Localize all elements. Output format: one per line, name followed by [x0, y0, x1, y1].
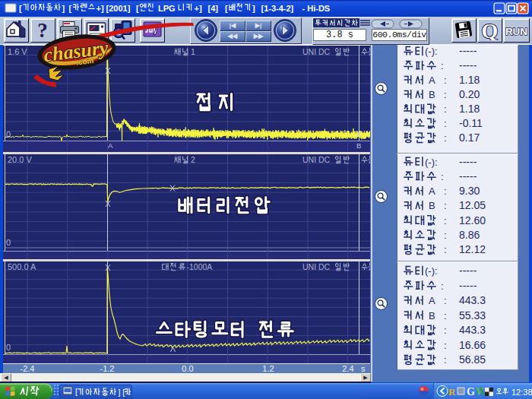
svg-text:0.0: 0.0	[182, 364, 193, 373]
svg-text:]: ]	[252, 4, 255, 13]
svg-text:LPG: LPG	[158, 4, 176, 13]
svg-text::: :	[444, 132, 447, 144]
svg-text:-----: -----	[459, 45, 477, 57]
svg-text::: :	[444, 295, 447, 306]
svg-text:9.30: 9.30	[459, 185, 480, 197]
svg-text:R: R	[448, 386, 456, 397]
svg-text:12.60: 12.60	[459, 214, 486, 226]
svg-text:B: B	[429, 309, 435, 321]
svg-text:+]: +]	[97, 4, 104, 13]
svg-text:443.3: 443.3	[459, 324, 486, 336]
svg-text:56.85: 56.85	[459, 353, 486, 366]
svg-text::: :	[444, 118, 447, 129]
svg-text::: :	[444, 89, 447, 100]
svg-text::: :	[444, 74, 447, 86]
svg-text:12.12: 12.12	[459, 243, 486, 255]
svg-text:1.2: 1.2	[262, 364, 274, 373]
svg-text:8.86: 8.86	[459, 229, 480, 241]
svg-text:-0.11: -0.11	[459, 117, 483, 129]
svg-text:G: G	[467, 386, 475, 397]
svg-text:[: [	[69, 4, 72, 13]
svg-text::: :	[444, 309, 447, 321]
svg-text:-----: -----	[459, 279, 477, 291]
svg-text:-2.4: -2.4	[21, 364, 35, 373]
svg-text:A: A	[429, 185, 435, 197]
svg-text:2.4: 2.4	[342, 364, 353, 373]
svg-text::: :	[441, 60, 444, 71]
svg-text:0.17: 0.17	[459, 131, 480, 144]
svg-text:Q: Q	[482, 19, 499, 40]
svg-text::: :	[444, 339, 447, 350]
svg-text::: :	[444, 244, 447, 255]
svg-text:12.05: 12.05	[459, 199, 486, 211]
svg-text:- Hi-DS: - Hi-DS	[302, 4, 331, 13]
svg-text::: :	[444, 354, 447, 366]
svg-text:0.20: 0.20	[459, 88, 480, 100]
svg-text:+]: +]	[195, 4, 202, 13]
svg-text:[: [	[136, 4, 139, 13]
svg-text:(-):: (-):	[425, 46, 438, 57]
svg-text:[1-3-4-2]: [1-3-4-2]	[261, 4, 294, 13]
svg-text::: :	[441, 280, 444, 291]
svg-text:[: [	[19, 4, 22, 13]
svg-text:-----: -----	[459, 155, 477, 167]
svg-text:(-):: (-):	[425, 156, 438, 167]
svg-text:A: A	[429, 295, 435, 306]
svg-text:RUN: RUN	[505, 26, 527, 37]
svg-text:(-):: (-):	[425, 265, 438, 277]
svg-text:1.18: 1.18	[459, 74, 480, 86]
svg-text:-----: -----	[459, 59, 477, 71]
svg-text:B: B	[429, 200, 435, 211]
svg-text::: :	[444, 200, 447, 211]
svg-text::: :	[444, 230, 447, 241]
svg-text:A: A	[429, 74, 435, 86]
svg-text::: :	[444, 325, 447, 336]
svg-text::: :	[441, 170, 444, 182]
svg-text:-----: -----	[459, 169, 477, 182]
svg-text:443.3: 443.3	[459, 294, 486, 306]
svg-text:]: ]	[62, 4, 65, 13]
svg-text:16.66: 16.66	[459, 338, 486, 350]
svg-text:[2001]: [2001]	[106, 4, 131, 13]
svg-text:[4]: [4]	[208, 4, 219, 13]
svg-text:1.18: 1.18	[459, 103, 480, 115]
svg-text:s: s	[361, 364, 366, 373]
svg-text:-1.2: -1.2	[100, 364, 115, 373]
svg-text:B: B	[429, 89, 435, 100]
svg-text::: :	[444, 214, 447, 226]
svg-text::: :	[444, 185, 447, 197]
svg-text:[: [	[225, 4, 228, 13]
svg-text:12:38: 12:38	[511, 388, 532, 397]
svg-text::: :	[444, 103, 447, 115]
svg-text:-----: -----	[459, 264, 477, 277]
svg-text:55.33: 55.33	[459, 309, 486, 321]
